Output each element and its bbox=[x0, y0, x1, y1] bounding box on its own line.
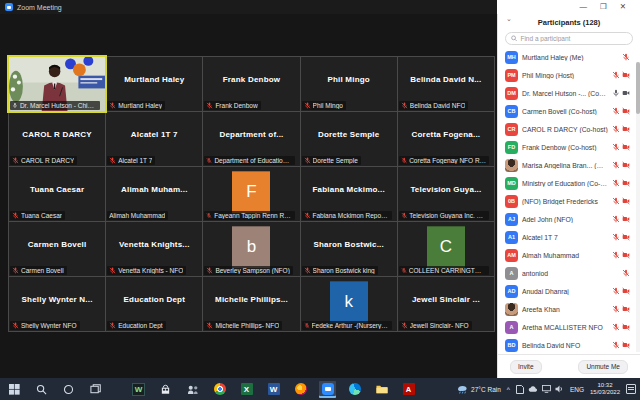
zoom-taskbar-icon[interactable] bbox=[319, 381, 336, 398]
participant-status-icons bbox=[612, 71, 630, 79]
participant-row[interactable]: 0B(NFO) Bridget Fredericks bbox=[498, 192, 640, 210]
participant-row[interactable]: BDBelinda David NFO bbox=[498, 336, 640, 354]
video-tile[interactable]: Dorette SempleDorette Semple bbox=[301, 112, 397, 166]
chrome-taskbar-icon[interactable] bbox=[211, 381, 228, 398]
mic-muted-icon bbox=[612, 215, 620, 223]
acrobat-taskbar-icon[interactable]: A bbox=[400, 381, 417, 398]
participant-row[interactable]: PMPhil Mingo (Host) bbox=[498, 66, 640, 84]
tile-name-label: Fabiana Mckimon Reporter bbox=[302, 211, 392, 220]
mic-muted-icon bbox=[401, 322, 408, 329]
word-taskbar-icon[interactable]: W bbox=[265, 381, 282, 398]
page-tray-icon[interactable] bbox=[516, 385, 524, 394]
video-tile[interactable]: Venetta Knights...Venetta Knights - NFO bbox=[106, 222, 202, 276]
tile-name-label: CAROL R DARCY bbox=[10, 156, 77, 165]
video-tile[interactable]: Michelle Phillips...Michelle Phillips- N… bbox=[203, 277, 299, 331]
participant-row[interactable]: DMDr. Marcel Hutson -... (Co-host) bbox=[498, 84, 640, 102]
title-bar-left: Zoom Meeting bbox=[0, 0, 497, 14]
participant-row[interactable]: Areefa Khan bbox=[498, 300, 640, 318]
video-tile[interactable]: Alimah Muham...Alimah Muhammad bbox=[106, 167, 202, 221]
video-tile[interactable]: Department of...Department of Education … bbox=[203, 112, 299, 166]
video-tile[interactable]: Jewell Sinclair ...Jewell Sinclair- NFO bbox=[398, 277, 494, 331]
participants-scrollbar[interactable] bbox=[636, 62, 640, 352]
participant-row[interactable]: ADAnudai Dhanraj bbox=[498, 282, 640, 300]
action-center-icon[interactable] bbox=[626, 384, 636, 394]
video-tile[interactable]: Fabiana Mckimo...Fabiana Mckimon Reporte… bbox=[301, 167, 397, 221]
tile-label-text: Alimah Muhammad bbox=[109, 212, 165, 219]
participant-row[interactable]: CRCAROL R DARCY (Co-host) bbox=[498, 120, 640, 138]
taskbar-tray: 27°C Rain ^ ENG 10:32 15/03/2022 bbox=[457, 382, 636, 397]
participant-search[interactable] bbox=[505, 32, 633, 45]
people-taskbar-icon[interactable] bbox=[184, 381, 201, 398]
participant-row[interactable]: Aantoniod bbox=[498, 264, 640, 282]
minimize-button[interactable]: — bbox=[579, 3, 587, 11]
camera-off-icon bbox=[622, 143, 630, 151]
mic-muted-icon bbox=[304, 157, 311, 164]
video-tile[interactable]: Television Guya...Television Guyana Inc.… bbox=[398, 167, 494, 221]
participant-row[interactable]: MHMurtland Haley (Me) bbox=[498, 48, 640, 66]
search-input[interactable] bbox=[520, 35, 627, 42]
video-tile[interactable]: Murtland HaleyMurtland Haley bbox=[106, 57, 202, 111]
scrollbar-thumb[interactable] bbox=[636, 62, 640, 114]
participant-name: (NFO) Bridget Fredericks bbox=[522, 198, 608, 205]
mic-muted-icon bbox=[109, 267, 116, 274]
language-indicator[interactable]: ENG bbox=[570, 386, 584, 393]
participant-status-icons bbox=[622, 269, 630, 277]
maximize-button[interactable]: ❐ bbox=[600, 3, 607, 11]
edge-taskbar-icon[interactable] bbox=[346, 381, 363, 398]
video-tile[interactable]: CCOLLEEN CARRINGTON NFO bbox=[398, 222, 494, 276]
store-taskbar-icon[interactable] bbox=[157, 381, 174, 398]
participant-avatar-tile: k bbox=[330, 281, 368, 323]
participant-row[interactable]: A1Alcatel 1T 7 bbox=[498, 228, 640, 246]
video-tile[interactable]: CAROL R DARCYCAROL R DARCY bbox=[9, 112, 105, 166]
cloud-tray-icon[interactable] bbox=[528, 386, 538, 393]
start-taskbar-icon[interactable] bbox=[6, 381, 23, 398]
video-tile[interactable]: Dr. Marcel Hutson - Chief Edu... bbox=[9, 57, 105, 111]
video-tile[interactable]: Frank DenbowFrank Denbow bbox=[203, 57, 299, 111]
video-tile[interactable]: Phil MingoPhil Mingo bbox=[301, 57, 397, 111]
tile-name-label: Shelly Wynter NFO bbox=[10, 321, 80, 330]
search-taskbar-icon[interactable] bbox=[33, 381, 50, 398]
chevron-down-icon[interactable]: ⌄ bbox=[506, 15, 512, 23]
video-tile[interactable]: kFedeke Arthur -(Nursery Field... bbox=[301, 277, 397, 331]
weather-widget[interactable]: 27°C Rain bbox=[457, 385, 501, 394]
participant-row[interactable]: Marisa Angelina Bran... (Co-host) bbox=[498, 156, 640, 174]
video-tile[interactable]: Sharon Bostwic...Sharon Bostwick king bbox=[301, 222, 397, 276]
unmute-me-button[interactable]: Unmute Me bbox=[578, 360, 628, 374]
participant-row[interactable]: MDMinistry of Education (Co-host) bbox=[498, 174, 640, 192]
participant-row[interactable]: CBCarmen Bovell (Co-host) bbox=[498, 102, 640, 120]
participant-row[interactable]: AAretha MCALLISTER NFO bbox=[498, 318, 640, 336]
participant-row[interactable]: AJAdel John (NFO) bbox=[498, 210, 640, 228]
explorer-taskbar-icon[interactable] bbox=[373, 381, 390, 398]
video-tile[interactable]: Education DeptEducation Dept bbox=[106, 277, 202, 331]
tray-chevron-up-icon[interactable]: ^ bbox=[507, 386, 510, 393]
firefox-taskbar-icon[interactable] bbox=[292, 381, 309, 398]
clock[interactable]: 10:32 15/03/2022 bbox=[590, 382, 620, 397]
participant-photo-avatar bbox=[505, 303, 518, 316]
excel-taskbar-icon[interactable]: X bbox=[238, 381, 255, 398]
video-tile[interactable]: Alcatel 1T 7Alcatel 1T 7 bbox=[106, 112, 202, 166]
video-tile[interactable]: Belinda David N...Belinda David NFO bbox=[398, 57, 494, 111]
camera-on-icon bbox=[622, 89, 630, 97]
participant-status-icons bbox=[612, 215, 630, 223]
video-tile[interactable]: Coretta Fogena...Coretta Fogenay NFO Reg… bbox=[398, 112, 494, 166]
mic-muted-icon bbox=[206, 102, 213, 109]
taskview-taskbar-icon[interactable] bbox=[87, 381, 104, 398]
cortana-taskbar-icon[interactable] bbox=[60, 381, 77, 398]
display-tray-icon[interactable] bbox=[542, 385, 551, 393]
participant-row[interactable]: FDFrank Denbow (Co-host) bbox=[498, 138, 640, 156]
taskbar-app-icons: WXWA bbox=[6, 381, 417, 398]
invite-button[interactable]: Invite bbox=[510, 360, 542, 374]
participant-row[interactable]: AMAlmah Muhammad bbox=[498, 246, 640, 264]
tile-label-text: Fayeann Tappin Renn R10 Mo... bbox=[214, 212, 292, 219]
video-tile[interactable]: FFayeann Tappin Renn R10 Mo... bbox=[203, 167, 299, 221]
speaker-tray-icon[interactable] bbox=[555, 385, 564, 393]
video-tile[interactable]: Tuana CaesarTuana Caesar bbox=[9, 167, 105, 221]
app-w-taskbar-icon[interactable]: W bbox=[130, 381, 147, 398]
close-button[interactable]: ✕ bbox=[620, 3, 626, 11]
participant-status-icons bbox=[612, 305, 630, 313]
video-tile[interactable]: Carmen BovellCarmen Bovell bbox=[9, 222, 105, 276]
participant-name: Almah Muhammad bbox=[522, 252, 608, 259]
video-tile[interactable]: Shelly Wynter N...Shelly Wynter NFO bbox=[9, 277, 105, 331]
camera-off-icon bbox=[622, 215, 630, 223]
video-tile[interactable]: bBeverley Sampson (NFO) bbox=[203, 222, 299, 276]
